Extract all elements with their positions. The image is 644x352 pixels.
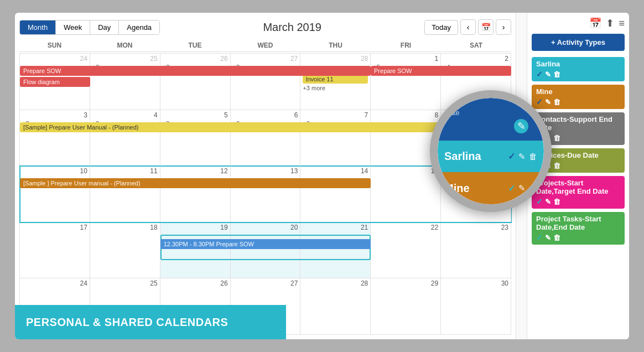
- day-header-sun: SUN: [19, 39, 90, 51]
- cell-mar29[interactable]: 29: [371, 278, 441, 334]
- check-icon[interactable]: ✓: [536, 70, 543, 79]
- watch-bottom-actions: ✓ ✎ 🗑: [508, 183, 537, 194]
- banner-text: PERSONAL & SHARED CALENDARS: [26, 316, 228, 329]
- main-container: Month Week Day Agenda March 2019 Today ‹…: [15, 13, 629, 339]
- flow-diagram-event[interactable]: Flow diagram: [20, 77, 90, 87]
- projects-label: Projects-Start Date,Target End Date: [536, 179, 620, 195]
- prev-button[interactable]: ‹: [460, 19, 476, 35]
- list-icon[interactable]: ≡: [619, 18, 625, 29]
- calendar-icon-btn[interactable]: 📅: [478, 19, 494, 35]
- sarlina-label: Sarlina: [536, 60, 620, 68]
- cell-mar15[interactable]: 15: [371, 166, 441, 222]
- calendar-body: 24 25 +8 more 26 +3 more 27 +3 more 28 I…: [19, 53, 511, 335]
- day-header-tue: TUE: [160, 39, 230, 51]
- cell-mar23[interactable]: 23: [441, 222, 511, 278]
- watch-middle-actions: ✓ ✎ 🗑: [508, 151, 537, 162]
- check-icon[interactable]: ✓: [536, 97, 543, 106]
- check-icon[interactable]: ✓: [536, 233, 543, 242]
- watch-check-icon[interactable]: ✓: [508, 151, 515, 162]
- sarlina-actions: ✓ ✎ 🗑: [536, 70, 620, 79]
- watch-sarlina-label: Sarlina: [444, 150, 481, 163]
- view-btn-agenda[interactable]: Agenda: [119, 20, 159, 34]
- day-header-wed: WED: [230, 39, 300, 51]
- invoice-event[interactable]: Invoice 11: [303, 75, 368, 84]
- cell-mar4[interactable]: 4 +2 more: [90, 110, 160, 166]
- watch-mine-label: Mine: [444, 182, 470, 195]
- delete-icon[interactable]: 🗑: [553, 162, 560, 170]
- watch-top: Date ✎: [438, 98, 544, 141]
- prepare-sow-event-w1b[interactable]: Prepare SOW: [371, 66, 511, 76]
- day-header-thu: THU: [300, 39, 371, 51]
- calendar-title: March 2019: [160, 21, 424, 34]
- delete-icon[interactable]: 🗑: [553, 70, 560, 79]
- watch-edit-icon[interactable]: ✎: [514, 119, 528, 133]
- project-tasks-label: Project Tasks-Start Date,End Date: [536, 215, 620, 231]
- check-icon[interactable]: ✓: [536, 197, 543, 206]
- cell-mar12[interactable]: 12: [160, 166, 231, 222]
- add-activity-button[interactable]: + Activity Types: [532, 34, 625, 51]
- day-headers: SUN MON TUE WED THU FRI SAT: [19, 39, 511, 52]
- bottom-banner: PERSONAL & SHARED CALENDARS: [15, 305, 286, 339]
- cell-mar13[interactable]: 13: [231, 166, 301, 222]
- delete-icon[interactable]: 🗑: [553, 198, 560, 206]
- watch-overlay: Date ✎ Sarlina ✓ ✎ 🗑 Mine ✓: [430, 90, 552, 212]
- cell-mar28[interactable]: 28: [300, 278, 371, 334]
- sidebar-icons: 📅 ⬆ ≡: [527, 17, 629, 34]
- calendar-project-tasks[interactable]: Project Tasks-Start Date,End Date ✓ ✎ 🗑: [532, 212, 625, 245]
- delete-icon[interactable]: 🗑: [553, 134, 560, 142]
- watch-delete-icon[interactable]: 🗑: [529, 152, 537, 161]
- cell-feb28[interactable]: 28 Invoice 11 +3 more: [300, 54, 371, 110]
- user-manual-event-w2[interactable]: [Sample] Prepare User Manual - (Planned): [20, 122, 441, 132]
- watch-bottom-delete-icon[interactable]: 🗑: [529, 184, 537, 193]
- mine-actions: ✓ ✎ 🗑: [536, 97, 620, 106]
- view-btn-month[interactable]: Month: [20, 20, 56, 34]
- cell-feb27[interactable]: 27 +3 more: [231, 54, 301, 110]
- cell-mar5[interactable]: 5 +2 more: [160, 110, 231, 166]
- cell-mar30[interactable]: 30: [441, 278, 511, 334]
- cell-mar11[interactable]: 11: [90, 166, 160, 222]
- cell-mar6[interactable]: 6 +2 more: [231, 110, 301, 166]
- cell-mar19[interactable]: 19: [160, 222, 231, 278]
- delete-icon[interactable]: 🗑: [553, 234, 560, 242]
- next-button[interactable]: ›: [496, 19, 511, 35]
- edit-icon[interactable]: ✎: [545, 98, 551, 106]
- user-manual-event-w3[interactable]: [Sample ] Prepare User manual - (Planned…: [20, 178, 371, 188]
- cell-mar14[interactable]: 14: [300, 166, 371, 222]
- watch-bottom-edit-icon[interactable]: ✎: [518, 183, 526, 193]
- calendar-sarlina[interactable]: Sarlina ✓ ✎ 🗑: [532, 57, 625, 81]
- today-button[interactable]: Today: [424, 20, 458, 35]
- day-header-fri: FRI: [371, 39, 441, 51]
- cell-feb26[interactable]: 26 +3 more: [160, 54, 231, 110]
- cell-feb25[interactable]: 25 +8 more: [90, 54, 160, 110]
- share-icon[interactable]: ⬆: [606, 17, 614, 29]
- edit-icon[interactable]: ✎: [545, 198, 551, 206]
- day-header-mon: MON: [90, 39, 160, 51]
- cell-mar10[interactable]: 10: [20, 166, 90, 222]
- watch-edit-icon2[interactable]: ✎: [518, 152, 526, 162]
- watch-inner: Date ✎ Sarlina ✓ ✎ 🗑 Mine ✓: [438, 98, 544, 204]
- day-header-sat: SAT: [441, 39, 511, 51]
- prepare-sow-event-w1[interactable]: Prepare SOW: [20, 66, 371, 76]
- cell-mar7[interactable]: 7 +3 more: [300, 110, 371, 166]
- prepare-sow-event-w4[interactable]: 12.30PM - 8.30PM Prepare SOW: [160, 239, 371, 249]
- cell-mar1[interactable]: 1 +5 more: [371, 54, 441, 110]
- edit-icon[interactable]: ✎: [545, 70, 551, 79]
- calendar-icon[interactable]: 📅: [589, 17, 601, 29]
- cell-mar22[interactable]: 22: [371, 222, 441, 278]
- cell-mar3[interactable]: 3 +3 more: [20, 110, 90, 166]
- delete-icon[interactable]: 🗑: [553, 98, 560, 106]
- projects-actions: ✓ ✎ 🗑: [536, 197, 620, 206]
- cell-mar20[interactable]: 20: [231, 222, 301, 278]
- contacts-support-label: Contacts-Support End Date: [536, 115, 620, 132]
- cell-mar17[interactable]: 17: [20, 222, 90, 278]
- watch-date-label: Date: [445, 109, 528, 117]
- view-btn-week[interactable]: Week: [56, 20, 90, 34]
- calendar-mine[interactable]: Mine ✓ ✎ 🗑: [532, 85, 625, 109]
- more-link[interactable]: +3 more: [303, 85, 368, 91]
- calendar-projects[interactable]: Projects-Start Date,Target End Date ✓ ✎ …: [532, 176, 625, 209]
- edit-icon[interactable]: ✎: [545, 234, 551, 242]
- cell-mar21[interactable]: 21: [300, 222, 371, 278]
- view-btn-day[interactable]: Day: [90, 20, 119, 34]
- cell-mar18[interactable]: 18: [90, 222, 160, 278]
- watch-bottom-check-icon[interactable]: ✓: [508, 183, 515, 194]
